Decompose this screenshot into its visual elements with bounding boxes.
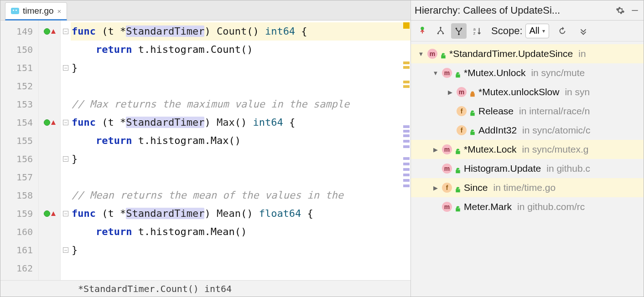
override-up-icon[interactable] — [51, 120, 56, 125]
hierarchy-header: Hierarchy: Callees of UpdateSi... — [411, 0, 644, 20]
edit-marker-icon[interactable] — [403, 61, 410, 64]
tree-expand-down-icon[interactable]: ▼ — [417, 51, 425, 57]
hierarchy-node-name: Release — [478, 106, 514, 117]
breadcrumb[interactable]: *StandardTimer.Count() int64 — [0, 280, 410, 297]
editor-tabs: timer.go × — [0, 0, 410, 20]
code-line: // Mean returns the mean of the values i… — [71, 186, 410, 205]
tree-expand-right-icon[interactable]: ▶ — [432, 184, 439, 191]
code-line: func (t *StandardTimer) Mean() float64 { — [71, 205, 410, 223]
hierarchy-node-path: in github.com/rc — [517, 201, 585, 212]
warning-marker-icon[interactable] — [403, 22, 410, 29]
implements-icon[interactable] — [44, 119, 50, 126]
code-line: } — [71, 241, 410, 259]
usage-marker-icon[interactable] — [403, 174, 410, 176]
hierarchy-node[interactable]: ▶mMeter.Mark in github.com/rc — [411, 197, 644, 216]
tree-expand-right-icon[interactable]: ▶ — [447, 89, 454, 96]
edit-marker-icon[interactable] — [403, 81, 410, 83]
sort-alpha-button[interactable]: az — [469, 23, 485, 39]
override-up-icon[interactable] — [51, 29, 56, 34]
usage-marker-icon[interactable] — [403, 134, 410, 137]
usage-marker-icon[interactable] — [403, 179, 410, 182]
usage-marker-icon[interactable] — [403, 157, 410, 160]
fold-toggle-icon[interactable] — [63, 29, 68, 34]
hierarchy-node[interactable]: ▶m*Mutex.unlockSlow in syn — [411, 82, 644, 102]
more-button[interactable] — [576, 23, 591, 39]
editor-pane: timer.go × 149 150 151 152 153 154 155 1… — [0, 0, 411, 297]
file-tab-name: timer.go — [23, 6, 54, 16]
usage-marker-icon[interactable] — [403, 184, 410, 187]
code-body[interactable]: func (t *StandardTimer) Count() int64 { … — [71, 20, 410, 280]
caller-hierarchy-button[interactable] — [415, 23, 430, 39]
fold-toggle-icon[interactable] — [63, 65, 68, 71]
code-line: func (t *StandardTimer) Max() int64 { — [71, 113, 410, 132]
refresh-button[interactable] — [555, 23, 570, 39]
marker-strip[interactable] — [402, 20, 410, 280]
line-number-gutter: 149 150 151 152 153 154 155 156 157 158 … — [0, 20, 39, 280]
fold-toggle-icon[interactable] — [63, 211, 68, 216]
code-line: return t.histogram.Max() — [71, 132, 410, 150]
code-line: func (t *StandardTimer) Count() int64 { — [71, 22, 410, 41]
scope-value: All — [530, 26, 540, 36]
usage-marker-icon[interactable] — [403, 145, 410, 148]
code-editor[interactable]: 149 150 151 152 153 154 155 156 157 158 … — [0, 20, 410, 280]
usage-marker-icon[interactable] — [403, 163, 410, 165]
hierarchy-node-path: in sync/atomic/c — [522, 125, 590, 136]
hierarchy-node[interactable]: ▶mHistogram.Update in github.c — [411, 159, 644, 178]
code-line — [71, 259, 410, 277]
code-line: return t.histogram.Mean() — [71, 223, 410, 241]
hierarchy-title: Hierarchy: Callees of UpdateSi... — [415, 5, 611, 16]
usage-marker-icon[interactable] — [403, 168, 410, 171]
gear-icon[interactable] — [615, 5, 625, 15]
hierarchy-node[interactable]: ▶m*Mutex.Lock in sync/mutex.g — [411, 140, 644, 159]
hierarchy-node[interactable]: ▼m*Mutex.Unlock in sync/mute — [411, 63, 644, 82]
unlock-icon — [469, 108, 476, 114]
breadcrumb-text: *StandardTimer.Count() int64 — [78, 283, 232, 294]
svg-point-3 — [437, 32, 439, 34]
method-icon: m — [457, 87, 467, 97]
svg-rect-0 — [632, 10, 638, 11]
method-icon: m — [427, 49, 437, 59]
tree-expand-right-icon[interactable]: ▶ — [432, 146, 439, 153]
unlock-icon — [455, 146, 461, 153]
hierarchy-node-path: in sync/mute — [531, 67, 585, 78]
implements-icon[interactable] — [44, 28, 50, 35]
edit-marker-icon[interactable] — [403, 85, 410, 88]
fold-toggle-icon[interactable] — [63, 120, 68, 125]
hierarchy-node-name: Since — [464, 182, 488, 193]
unlock-icon — [455, 70, 461, 76]
gutter-marks — [39, 20, 61, 280]
implements-icon[interactable] — [44, 210, 50, 217]
fold-toggle-icon[interactable] — [63, 247, 68, 253]
hierarchy-node[interactable]: ▶fSince in time/time.go — [411, 178, 644, 197]
hierarchy-node-path: in syn — [565, 87, 590, 97]
unlock-icon — [455, 204, 461, 210]
supertypes-button[interactable] — [451, 23, 467, 39]
go-file-icon — [11, 8, 19, 14]
hierarchy-node[interactable]: ▼m*StandardTimer.UpdateSince in — [411, 44, 644, 63]
close-tab-button[interactable]: × — [57, 7, 62, 15]
usage-marker-icon[interactable] — [403, 130, 410, 133]
hierarchy-toolbar: az Scope: All ▾ — [411, 20, 644, 41]
hierarchy-node[interactable]: ▶fRelease in internal/race/n — [411, 102, 644, 121]
usage-marker-icon[interactable] — [403, 125, 410, 128]
hierarchy-node-path: in internal/race/n — [519, 106, 590, 117]
unlock-icon — [469, 127, 476, 133]
svg-text:z: z — [473, 31, 476, 36]
code-line: // Max returns the maximum value in the … — [71, 95, 410, 113]
hierarchy-node[interactable]: ▶fAddInt32 in sync/atomic/c — [411, 121, 644, 140]
scope-label: Scope: — [491, 25, 523, 37]
file-tab-timer[interactable]: timer.go × — [5, 2, 67, 20]
override-up-icon[interactable] — [51, 211, 56, 216]
method-icon: m — [442, 164, 452, 174]
lock-icon — [469, 89, 476, 95]
tree-expand-down-icon[interactable]: ▼ — [432, 70, 439, 77]
subtypes-button[interactable] — [433, 23, 448, 39]
usage-marker-icon[interactable] — [403, 140, 410, 143]
hierarchy-tree[interactable]: ▼m*StandardTimer.UpdateSince in▼m*Mutex.… — [411, 41, 644, 297]
edit-marker-icon[interactable] — [403, 66, 410, 69]
hierarchy-node-name: Histogram.Update — [464, 163, 541, 174]
fold-toggle-icon[interactable] — [63, 156, 68, 162]
minimize-icon[interactable] — [630, 5, 640, 15]
scope-dropdown[interactable]: All ▾ — [525, 24, 549, 38]
method-icon: m — [442, 68, 452, 78]
